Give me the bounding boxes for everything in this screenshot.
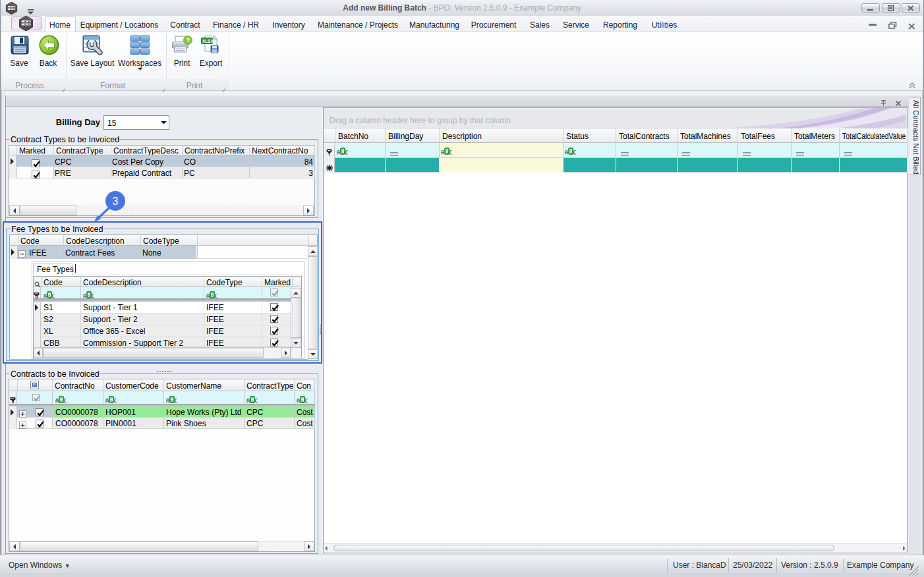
svg-text:3: 3: [113, 196, 119, 207]
svg-text:?: ?: [187, 37, 190, 43]
svg-text:XLSX: XLSX: [202, 39, 214, 43]
